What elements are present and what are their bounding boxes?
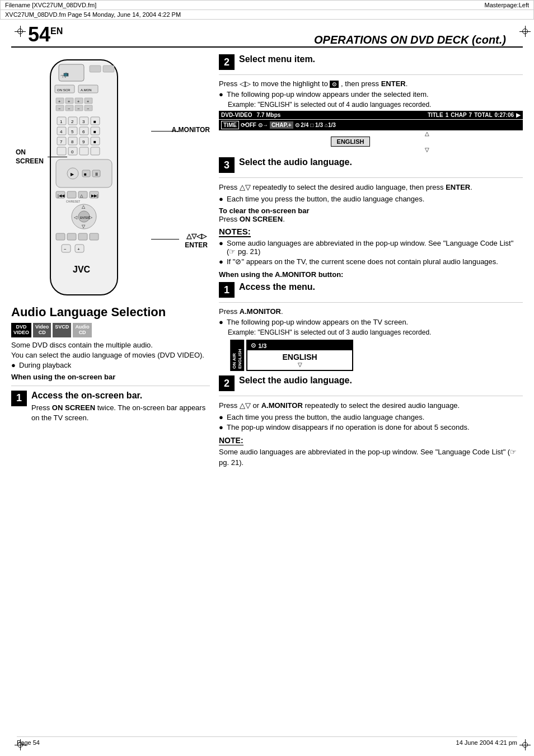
popup-amonitor: ON AIRENGLISH ⊙1/3 ENGLISH ▽ [230, 340, 353, 371]
step2b-block: 2 Select the audio language. [219, 375, 523, 391]
svg-text:A.MON: A.MON [81, 88, 92, 92]
svg-text:▷: ▷ [89, 215, 93, 220]
step2b-bullet-1: ● Each time you press the button, the au… [219, 413, 523, 421]
svg-text:6: 6 [82, 129, 85, 134]
svg-text:1: 1 [60, 119, 63, 124]
svg-rect-79 [78, 233, 87, 240]
svg-rect-77 [56, 233, 65, 240]
svg-rect-4 [90, 65, 101, 72]
svg-text:▶▶|: ▶▶| [91, 194, 98, 198]
svg-rect-64 [67, 191, 76, 198]
on-screen-label: ON SCREEN [16, 148, 44, 166]
section-title: Audio Language Selection [11, 305, 210, 320]
svg-text:+: + [77, 100, 79, 104]
sub-bar: XVC27UM_08DVD.fm Page 54 Monday, June 14… [0, 10, 534, 20]
left-column: ON SCREEN A.MONITOR △▽◁▷ENTER 📺 ʼTV [11, 54, 210, 468]
svg-rect-50 [57, 147, 66, 155]
svg-text:−: − [68, 107, 70, 111]
step2b-bullet-2: ● The pop-up window disappears if no ope… [219, 423, 523, 431]
notes-block: NOTES: ● Some audio languages are abbrev… [219, 227, 523, 266]
svg-text:+: + [58, 100, 60, 104]
svg-text:−: − [64, 247, 67, 252]
step1-title: Access the on-screen bar. [31, 391, 210, 401]
when-amonitor-heading: When using the A.MONITOR button: [219, 270, 523, 279]
svg-text:■: ■ [93, 139, 96, 144]
note-2: ● If "⊘" appears on the TV, the current … [219, 257, 523, 266]
badge-svcd: SVCD [53, 323, 71, 337]
svg-text:■: ■ [93, 129, 96, 134]
intro-para-1: Some DVD discs contain the multiple audi… [11, 341, 210, 349]
step2-example-label: Example: "ENGLISH" is selected out of 4 … [228, 101, 523, 109]
note-1: ● Some audio languages are abbreviated i… [219, 239, 523, 256]
step1b-bullet: ● The following pop-up window appears on… [219, 318, 523, 326]
step2-number: 2 [219, 54, 235, 70]
svg-text:ON SCR: ON SCR [57, 88, 71, 92]
file-bar: Filename [XVC27UM_08DVD.fm] Masterpage:L… [0, 0, 534, 10]
svg-text:CH/RESET: CH/RESET [66, 200, 80, 203]
badge-video: VideoCD [33, 323, 51, 337]
note-title: NOTE: [219, 436, 243, 445]
step2b-body: Press △▽ or A.MONITOR repeatedly to sele… [219, 401, 523, 411]
note-body: Some audio languages are abbreviated in … [219, 447, 523, 467]
onscreen-bar-display: DVD-VIDEO 7.7 Mbps TITLE 1 CHAP 7 TOTAL … [219, 111, 523, 153]
svg-text:⏸: ⏸ [94, 172, 99, 177]
step1-body: Press ON SCREEN twice. The on-screen bar… [31, 403, 210, 423]
svg-text:+: + [68, 100, 70, 104]
svg-text:ʼTV: ʼTV [60, 74, 67, 78]
svg-text:0: 0 [71, 149, 74, 154]
svg-text:+: + [87, 100, 89, 104]
enter-label: △▽◁▷ENTER [185, 232, 208, 250]
svg-text:9: 9 [82, 139, 85, 144]
badge-dvd: DVDVIDEO [11, 323, 31, 337]
to-clear-heading: To clear the on-screen bar [219, 206, 523, 215]
right-column: 2 Select menu item. Press ◁▷ to move the… [219, 54, 523, 468]
step3-number: 3 [219, 157, 235, 173]
svg-text:−: − [77, 107, 79, 111]
svg-rect-80 [90, 233, 99, 240]
step2-block: 2 Select menu item. [219, 54, 523, 70]
svg-text:8: 8 [71, 139, 74, 144]
svg-rect-78 [67, 233, 76, 240]
page-number: 54EN [28, 23, 63, 46]
step1b-body: Press A.MONITOR. [219, 307, 523, 316]
svg-text:■: ■ [93, 119, 96, 124]
svg-text:−: − [58, 107, 60, 111]
to-clear-block: To clear the on-screen bar Press ON SCRE… [219, 206, 523, 223]
svg-text:3: 3 [82, 119, 85, 124]
step2-title: Select menu item. [239, 54, 315, 64]
step1b-block: 1 Access the menu. [219, 282, 523, 298]
svg-text:△: △ [82, 204, 86, 209]
step1b-example: Example: "ENGLISH" is selected out of 3 … [228, 328, 523, 336]
svg-text:■: ■ [84, 172, 87, 177]
svg-text:+: + [77, 247, 80, 252]
note-block: NOTE: Some audio languages are abbreviat… [219, 436, 523, 467]
intro-bullet: ● During playback [11, 361, 210, 369]
masterpage-label: Masterpage:Left [485, 2, 530, 8]
step3-body: Press △▽ repeatedly to select the desire… [219, 182, 523, 192]
remote-svg: 📺 ʼTV ON SCR A.MON + + [28, 54, 140, 300]
step1b-title: Access the menu. [239, 282, 315, 292]
popup-am-body: ENGLISH ▽ [247, 350, 352, 370]
a-monitor-label: A.MONITOR [172, 126, 210, 134]
step1b-number: 1 [219, 282, 235, 298]
page-footer: Page 54 14 June 2004 4:21 pm [17, 736, 517, 746]
compat-badges: DVDVIDEO VideoCD SVCD AudioCD [11, 323, 210, 337]
svg-rect-53 [79, 147, 88, 155]
svg-text:JVC: JVC [73, 265, 91, 274]
step2-body: Press ◁▷ to move the highlight to ⊙ , th… [219, 79, 523, 88]
step3-block: 3 Select the audio language. [219, 157, 523, 173]
popup-am-top: ⊙1/3 [247, 341, 352, 350]
svg-text:−: − [87, 107, 89, 111]
intro-para-2: You can select the audio language of mov… [11, 351, 210, 359]
svg-text:▽: ▽ [82, 224, 86, 229]
footer-right: 14 June 2004 4:21 pm [456, 739, 517, 746]
svg-rect-54 [91, 147, 100, 155]
page-title: OPERATIONS ON DVD DECK (cont.) [314, 34, 506, 46]
svg-text:▶: ▶ [71, 172, 74, 177]
svg-rect-1 [59, 64, 84, 81]
step3-bullet: ● Each time you press the button, the au… [219, 195, 523, 203]
step2b-number: 2 [219, 375, 235, 391]
step1-number: 1 [11, 391, 27, 406]
step2b-title: Select the audio language. [239, 375, 352, 386]
svg-text:2: 2 [71, 119, 74, 124]
